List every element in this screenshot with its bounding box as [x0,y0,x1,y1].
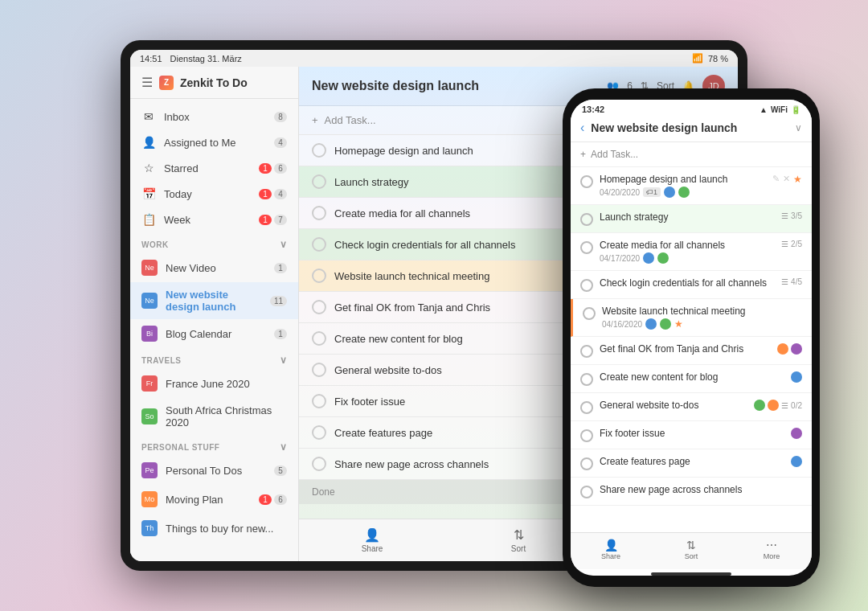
sidebar-item-things[interactable]: Th Things to buy for new... [130,514,298,543]
phone: 13:42 ▲ WiFi 🔋 ‹ New website design laun… [563,88,820,587]
phone-task-circle[interactable] [580,457,593,470]
checklist-icon: ☰ [781,401,788,410]
task-circle[interactable] [312,363,326,377]
star-icon[interactable]: ★ [793,174,802,185]
travels-section-header[interactable]: TRAVELS ∨ [130,348,298,369]
phone-task-circle[interactable] [580,429,593,442]
task-circle[interactable] [312,174,326,189]
phone-more-icon: ⋯ [766,539,777,552]
phone-sort-button[interactable]: ⇅ Sort [651,536,731,563]
task-circle[interactable] [312,143,326,158]
things-avatar: Th [141,520,158,536]
phone-sort-icon: ⇅ [686,539,696,552]
sidebar-item-today[interactable]: 📅 Today 1 4 [130,181,298,207]
phone-task-row[interactable]: Fix footer issue [571,421,812,449]
france-avatar: Fr [141,375,158,392]
phone-add-task-row[interactable]: + Add Task... [571,142,812,167]
hamburger-icon[interactable]: ☰ [141,75,153,90]
personal-arrow: ∨ [280,441,288,453]
phone-task-row[interactable]: Share new page across channels [571,478,812,506]
star-nav-icon: ☆ [141,162,156,174]
personal-section-header[interactable]: PERSONAL STUFF ∨ [130,435,298,456]
edit-icon: ✎ [772,174,780,185]
app-name: Zenkit To Do [180,76,248,89]
task-circle[interactable] [312,331,326,346]
back-button[interactable]: ‹ [580,121,584,135]
wifi-icon: 📶 [692,53,703,64]
sort-bottom-icon: ⇅ [514,527,524,543]
phone-share-button[interactable]: 👤 Share [571,536,651,563]
phone-task-circle[interactable] [580,486,593,498]
phone-task-row[interactable]: Create features page [571,449,812,478]
new-video-avatar: Ne [141,260,158,276]
phone-task-circle[interactable] [580,373,593,386]
checklist-icon: ☰ [781,211,788,220]
sidebar-item-personal[interactable]: Pe Personal To Dos 5 [130,456,298,485]
phone-task-circle[interactable] [583,307,596,320]
phone-share-icon: 👤 [604,539,618,552]
sidebar-item-website[interactable]: Ne New website design launch 11 [130,282,298,319]
work-section-header[interactable]: WORK ∨ [130,232,298,253]
phone-battery-icon: 🔋 [791,105,800,114]
section-arrow: ∨ [280,239,288,250]
sidebar-item-france[interactable]: Fr France June 2020 [130,369,298,398]
travels-arrow: ∨ [280,355,288,366]
share-icon: 👤 [364,527,380,543]
sidebar-item-blog[interactable]: Bi Blog Calendar 1 [130,319,298,348]
sidebar-item-inbox[interactable]: ✉ Inbox 8 [130,104,298,129]
sidebar-header: ☰ Z Zenkit To Do [130,67,298,99]
tablet-time: 14:51 [140,54,162,64]
task-circle[interactable] [312,425,326,440]
sidebar-item-starred[interactable]: ☆ Starred 1 6 [130,155,298,181]
sidebar-item-new-video[interactable]: Ne New Video 1 [130,253,298,282]
task-circle[interactable] [312,269,326,283]
phone-task-row[interactable]: Website launch technical meeting 04/16/2… [571,299,812,337]
sidebar-item-assigned[interactable]: 👤 Assigned to Me 4 [130,129,298,155]
main-title: New website design launch [312,79,479,93]
phone-task-circle[interactable] [580,279,593,292]
week-icon: 📋 [141,213,156,226]
phone-task-row[interactable]: General website to-dos ☰ 0/2 [571,393,812,421]
plus-icon: + [312,114,318,126]
phone-task-circle[interactable] [580,345,593,358]
share-button[interactable]: 👤 Share [299,524,445,556]
tablet-date: Dienstag 31. März [170,54,242,64]
sidebar-item-moving[interactable]: Mo Moving Plan 1 6 [130,485,298,514]
phone-task-circle[interactable] [580,175,593,188]
website-avatar: Ne [141,293,158,309]
personal-avatar: Pe [141,462,158,478]
app-logo: Z [159,76,174,90]
today-icon: 📅 [141,187,156,200]
sidebar-item-week[interactable]: 📋 Week 1 7 [130,207,298,232]
checklist-icon: ☰ [781,277,788,286]
task-circle[interactable] [312,457,326,471]
task-circle[interactable] [312,394,326,408]
phone-task-row[interactable]: Homepage design and launch 04/20/2020 🏷1… [571,167,812,205]
sidebar-item-south-africa[interactable]: So South Africa Christmas 2020 [130,398,298,435]
sidebar: ☰ Z Zenkit To Do ✉ Inbox 8 👤 Assigned to… [130,67,299,561]
battery-text: 78 % [708,54,728,64]
phone-bottom-bar: 👤 Share ⇅ Sort ⋯ More [571,532,812,569]
task-circle[interactable] [312,206,326,220]
phone-task-row[interactable]: Check login credentials for all channels… [571,271,812,299]
phone-task-circle[interactable] [580,213,593,226]
delete-icon: ✕ [783,174,790,185]
phone-task-row[interactable]: Create media for all channels 04/17/2020… [571,233,812,271]
title-dropdown-icon[interactable]: ∨ [795,122,802,133]
phone-task-circle[interactable] [580,401,593,414]
phone-more-button[interactable]: ⋯ More [731,536,812,563]
south-africa-avatar: So [141,408,158,424]
moving-avatar: Mo [141,491,158,507]
phone-signal-icon: ▲ [760,105,768,114]
phone-status-bar: 13:42 ▲ WiFi 🔋 [571,100,812,116]
assigned-icon: 👤 [141,136,156,149]
task-star-icon: ★ [674,318,683,330]
phone-task-row[interactable]: Launch strategy ☰ 3/5 [571,205,812,233]
blog-avatar: Bi [141,326,158,342]
task-circle[interactable] [312,300,326,314]
phone-task-circle[interactable] [580,241,593,254]
phone-task-row[interactable]: Create new content for blog [571,365,812,393]
task-circle[interactable] [312,237,326,252]
phone-task-row[interactable]: Get final OK from Tanja and Chris [571,337,812,365]
phone-task-list: Homepage design and launch 04/20/2020 🏷1… [571,167,812,532]
